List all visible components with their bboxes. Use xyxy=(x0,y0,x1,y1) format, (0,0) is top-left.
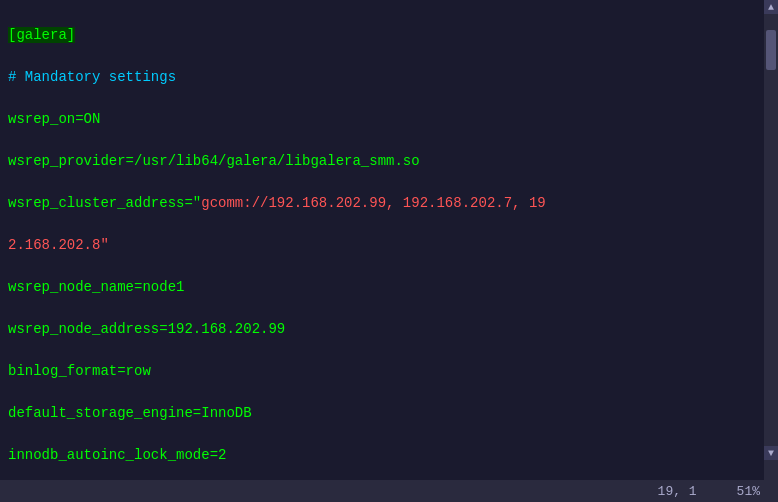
line-8: binlog_format=row xyxy=(8,361,756,382)
scrollbar[interactable]: ▲ ▼ xyxy=(764,0,778,480)
scroll-percent: 51% xyxy=(737,484,760,499)
code-text: wsrep_node_address=192.168.202.99 xyxy=(8,321,285,337)
line-5: wsrep_cluster_address="gcomm://192.168.2… xyxy=(8,193,756,214)
line-2: # Mandatory settings xyxy=(8,67,756,88)
bracket-text: [galera] xyxy=(8,27,75,43)
code-text: default_storage_engine=InnoDB xyxy=(8,405,252,421)
code-content[interactable]: [galera] # Mandatory settings wsrep_on=O… xyxy=(0,0,764,480)
code-text: wsrep_node_name=node1 xyxy=(8,279,184,295)
line-5b: 2.168.202.8" xyxy=(8,235,756,256)
comment-text: # Mandatory settings xyxy=(8,69,176,85)
cursor-position: 19, 1 xyxy=(658,484,697,499)
line-7: wsrep_node_address=192.168.202.99 xyxy=(8,319,756,340)
line-3: wsrep_on=ON xyxy=(8,109,756,130)
line-10: innodb_autoinc_lock_mode=2 xyxy=(8,445,756,466)
editor-area: [galera] # Mandatory settings wsrep_on=O… xyxy=(0,0,778,480)
url-text-cont: 2.168.202.8" xyxy=(8,237,109,253)
code-text: wsrep_on=ON xyxy=(8,111,100,127)
scrollbar-thumb[interactable] xyxy=(766,30,776,70)
line-4: wsrep_provider=/usr/lib64/galera/libgale… xyxy=(8,151,756,172)
scroll-down-arrow[interactable]: ▼ xyxy=(764,446,778,460)
scroll-up-arrow[interactable]: ▲ xyxy=(764,0,778,14)
line-6: wsrep_node_name=node1 xyxy=(8,277,756,298)
code-text: innodb_autoinc_lock_mode=2 xyxy=(8,447,226,463)
status-bar: 19, 1 51% xyxy=(0,480,778,502)
line-1: [galera] xyxy=(8,25,756,46)
code-text: wsrep_cluster_address=" xyxy=(8,195,201,211)
url-text: gcomm://192.168.202.99, 192.168.202.7, 1… xyxy=(201,195,545,211)
line-9: default_storage_engine=InnoDB xyxy=(8,403,756,424)
code-text: wsrep_provider=/usr/lib64/galera/libgale… xyxy=(8,153,420,169)
code-text: binlog_format=row xyxy=(8,363,151,379)
